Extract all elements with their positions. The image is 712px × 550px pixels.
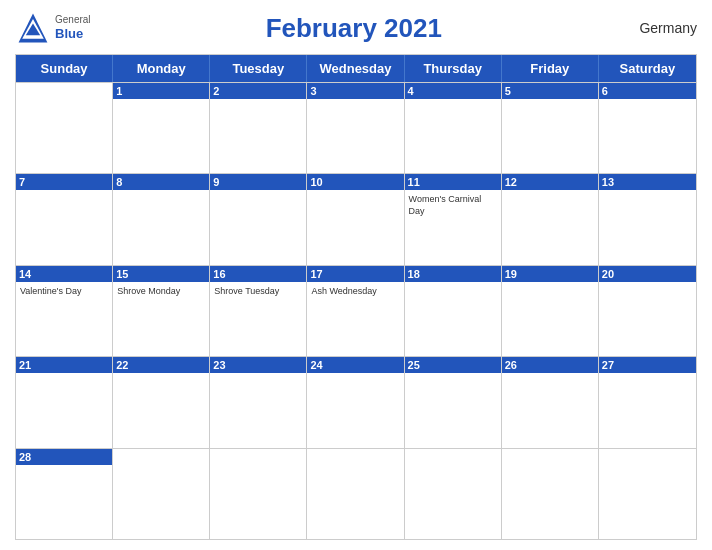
cell-week4-day1: 21: [16, 357, 113, 447]
cell-day-number: 17: [307, 266, 403, 282]
cell-event: Shrove Tuesday: [214, 286, 302, 298]
cell-day-number: 5: [502, 83, 598, 99]
cell-week1-day1: [16, 83, 113, 173]
cell-day-number: 25: [405, 357, 501, 373]
cell-day-number: 11: [405, 174, 501, 190]
cell-week3-day1: 14Valentine's Day: [16, 266, 113, 356]
cell-day-number: 16: [210, 266, 306, 282]
cell-day-number: 22: [113, 357, 209, 373]
cell-day-number: 8: [113, 174, 209, 190]
week-5: 28: [16, 448, 696, 539]
calendar-page: General Blue February 2021 Germany Sunda…: [0, 0, 712, 550]
cell-week5-day6: [502, 449, 599, 539]
cell-event: Valentine's Day: [20, 286, 108, 298]
page-header: General Blue February 2021 Germany: [15, 10, 697, 46]
cell-day-number: 19: [502, 266, 598, 282]
header-thursday: Thursday: [405, 55, 502, 82]
cell-week1-day6: 5: [502, 83, 599, 173]
cell-week3-day2: 15Shrove Monday: [113, 266, 210, 356]
cell-week5-day2: [113, 449, 210, 539]
cell-week5-day3: [210, 449, 307, 539]
cell-week2-day3: 9: [210, 174, 307, 264]
cell-day-number: 2: [210, 83, 306, 99]
cell-week2-day7: 13: [599, 174, 696, 264]
cell-day-number: 4: [405, 83, 501, 99]
week-4: 21222324252627: [16, 356, 696, 447]
cell-day-number: 12: [502, 174, 598, 190]
weeks-container: 1234567891011Women's Carnival Day121314V…: [16, 82, 696, 539]
cell-week4-day7: 27: [599, 357, 696, 447]
cell-week2-day5: 11Women's Carnival Day: [405, 174, 502, 264]
generalblue-icon: [15, 10, 51, 46]
cell-week5-day7: [599, 449, 696, 539]
cell-day-number: 3: [307, 83, 403, 99]
cell-week2-day4: 10: [307, 174, 404, 264]
cell-day-number: 9: [210, 174, 306, 190]
cell-week4-day5: 25: [405, 357, 502, 447]
logo: General Blue: [15, 10, 91, 46]
cell-event: Shrove Monday: [117, 286, 205, 298]
cell-week4-day4: 24: [307, 357, 404, 447]
cell-week1-day7: 6: [599, 83, 696, 173]
logo-blue-label: Blue: [55, 26, 91, 42]
cell-week4-day2: 22: [113, 357, 210, 447]
cell-day-number: 1: [113, 83, 209, 99]
cell-day-number: 21: [16, 357, 112, 373]
header-sunday: Sunday: [16, 55, 113, 82]
week-3: 14Valentine's Day15Shrove Monday16Shrove…: [16, 265, 696, 356]
cell-week3-day7: 20: [599, 266, 696, 356]
header-monday: Monday: [113, 55, 210, 82]
calendar-grid: Sunday Monday Tuesday Wednesday Thursday…: [15, 54, 697, 540]
week-1: 123456: [16, 82, 696, 173]
cell-week5-day5: [405, 449, 502, 539]
cell-week5-day1: 28: [16, 449, 113, 539]
cell-day-number: 18: [405, 266, 501, 282]
cell-day-number: 28: [16, 449, 112, 465]
cell-week3-day4: 17Ash Wednesday: [307, 266, 404, 356]
cell-day-number: 24: [307, 357, 403, 373]
cell-week5-day4: [307, 449, 404, 539]
cell-day-number: 6: [599, 83, 696, 99]
cell-day-number: 7: [16, 174, 112, 190]
cell-week3-day3: 16Shrove Tuesday: [210, 266, 307, 356]
cell-week4-day3: 23: [210, 357, 307, 447]
day-headers-row: Sunday Monday Tuesday Wednesday Thursday…: [16, 55, 696, 82]
week-2: 7891011Women's Carnival Day1213: [16, 173, 696, 264]
header-wednesday: Wednesday: [307, 55, 404, 82]
header-tuesday: Tuesday: [210, 55, 307, 82]
cell-event: Women's Carnival Day: [409, 194, 497, 217]
cell-week1-day5: 4: [405, 83, 502, 173]
cell-week1-day3: 2: [210, 83, 307, 173]
cell-week3-day6: 19: [502, 266, 599, 356]
cell-day-number: 14: [16, 266, 112, 282]
calendar-title: February 2021: [91, 13, 617, 44]
cell-day-number: 27: [599, 357, 696, 373]
country-label: Germany: [617, 20, 697, 36]
cell-day-number: 23: [210, 357, 306, 373]
header-saturday: Saturday: [599, 55, 696, 82]
cell-week2-day2: 8: [113, 174, 210, 264]
cell-day-number: 20: [599, 266, 696, 282]
logo-text: General Blue: [55, 14, 91, 42]
cell-week1-day2: 1: [113, 83, 210, 173]
header-friday: Friday: [502, 55, 599, 82]
cell-week3-day5: 18: [405, 266, 502, 356]
cell-day-number: 15: [113, 266, 209, 282]
cell-day-number: 26: [502, 357, 598, 373]
cell-week2-day6: 12: [502, 174, 599, 264]
cell-week4-day6: 26: [502, 357, 599, 447]
logo-general-label: General: [55, 14, 91, 26]
cell-day-number: 13: [599, 174, 696, 190]
cell-week1-day4: 3: [307, 83, 404, 173]
cell-week2-day1: 7: [16, 174, 113, 264]
cell-event: Ash Wednesday: [311, 286, 399, 298]
cell-day-number: 10: [307, 174, 403, 190]
